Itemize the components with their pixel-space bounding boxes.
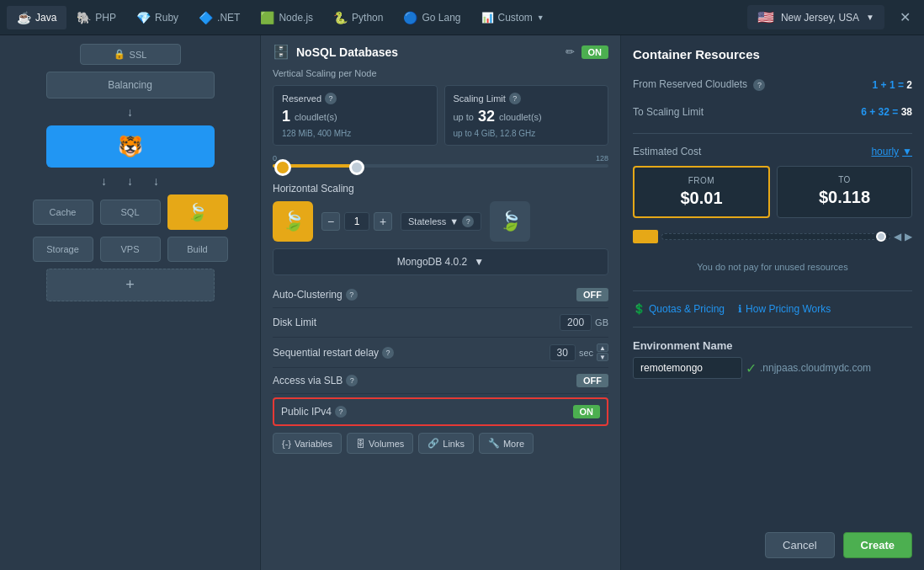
tab-php-label: PHP — [95, 12, 116, 24]
ssl-button[interactable]: 🔒 SSL — [80, 44, 181, 65]
reserved-help-icon[interactable]: ? — [325, 93, 337, 104]
close-button[interactable]: ✕ — [893, 6, 917, 29]
env-name-input-row: ✓ .nnjpaas.cloudmydc.com — [633, 357, 912, 379]
seq-down-button[interactable]: ▼ — [597, 353, 608, 361]
divider-1 — [633, 133, 912, 134]
access-help-icon[interactable]: ? — [346, 375, 358, 386]
price-slider-thumb[interactable] — [876, 232, 886, 242]
stateless-help-icon[interactable]: ? — [462, 216, 474, 227]
balancing-button[interactable]: Balancing — [46, 72, 215, 99]
reserved-label: Reserved — [282, 93, 321, 104]
mongodb-version-header[interactable]: MongoDB 4.0.2 ▼ — [273, 248, 608, 275]
price-slider[interactable]: ◀ ▶ — [633, 230, 912, 243]
stepper-minus-button[interactable]: − — [321, 212, 340, 231]
public-ipv4-on-badge[interactable]: ON — [573, 405, 601, 418]
from-reserved-help-icon[interactable]: ? — [753, 79, 765, 91]
sequential-restart-row: Sequential restart delay ? 30 sec ▲ ▼ — [273, 338, 608, 368]
tab-nodejs-label: Node.js — [279, 12, 313, 24]
volumes-button[interactable]: 🗄 Volumes — [347, 433, 413, 454]
scaling-limit-row: To Scaling Limit 6 + 32 = 38 — [633, 103, 912, 121]
env-name-field[interactable] — [633, 357, 742, 379]
autoclustering-off-badge[interactable]: OFF — [576, 288, 608, 301]
divider-2 — [633, 290, 912, 291]
estimated-cost-label: Estimated Cost — [633, 146, 701, 157]
price-slider-used — [633, 230, 658, 243]
vps-button[interactable]: VPS — [100, 237, 161, 262]
unused-resources-msg: You do not pay for unused resources — [633, 255, 912, 279]
how-pricing-works-link[interactable]: ℹ How Pricing Works — [738, 303, 831, 315]
storage-button[interactable]: Storage — [33, 237, 93, 262]
cancel-button[interactable]: Cancel — [765, 532, 834, 558]
quotas-pricing-link[interactable]: 💲 Quotas & Pricing — [633, 303, 725, 315]
tab-ruby[interactable]: 💎 Ruby — [126, 6, 189, 29]
region-label: New Jersey, USA — [781, 12, 859, 24]
links-button[interactable]: 🔗 Links — [418, 433, 474, 454]
variables-button[interactable]: {-} Variables — [273, 433, 342, 454]
env-check-icon: ✓ — [746, 360, 757, 376]
tab-net-label: .NET — [217, 12, 240, 24]
middle-panel: 🗄️ NoSQL Databases ✏ ON Vertical Scaling… — [261, 35, 621, 570]
seq-up-button[interactable]: ▲ — [597, 344, 608, 352]
scaling-limit-box: Scaling Limit ? up to 32 cloudlet(s) up … — [444, 85, 609, 146]
disk-limit-value[interactable]: 200 — [560, 314, 592, 331]
create-button[interactable]: Create — [843, 532, 912, 558]
region-selector[interactable]: 🇺🇸 New Jersey, USA ▼ — [747, 5, 884, 29]
slider-thumb-right[interactable] — [349, 160, 364, 175]
volumes-icon: 🗄 — [356, 439, 365, 449]
nosql-title: NoSQL Databases — [296, 45, 559, 59]
tab-java[interactable]: ☕ Java — [7, 6, 66, 29]
disk-limit-row: Disk Limit 200 GB — [273, 308, 608, 338]
hourly-select[interactable]: hourly ▼ — [871, 146, 912, 157]
add-node-button[interactable]: + — [46, 269, 215, 301]
balancing-label: Balancing — [108, 79, 152, 91]
sql-button[interactable]: SQL — [100, 200, 161, 225]
tab-nodejs[interactable]: 🟩 Node.js — [250, 6, 323, 29]
cache-button[interactable]: Cache — [33, 200, 93, 225]
mongodb-node[interactable]: 🍃 — [167, 194, 228, 230]
tab-net[interactable]: 🔷 .NET — [189, 6, 250, 29]
scaling-help-icon[interactable]: ? — [509, 93, 521, 104]
slider-left-arrow[interactable]: ◀ — [894, 231, 901, 242]
tab-custom[interactable]: 📊 Custom ▼ — [471, 7, 555, 29]
autoclustering-help-icon[interactable]: ? — [346, 289, 358, 301]
from-price-value: $0.01 — [643, 189, 760, 208]
to-scaling-label: To Scaling Limit — [633, 106, 704, 118]
branch-arrows: ↓ ↓ ↓ — [101, 174, 159, 188]
sql-label: SQL — [120, 207, 139, 217]
ipv4-help-icon[interactable]: ? — [335, 406, 347, 418]
scaling-limit-total: 38 — [901, 106, 912, 118]
slider-thumb-left[interactable] — [274, 159, 291, 176]
inactive-node-icon: 🍃 — [490, 201, 530, 242]
seq-value[interactable]: 30 — [550, 344, 576, 361]
nosql-db-icon: 🗄️ — [273, 44, 289, 60]
env-domain-label: .nnjpaas.cloudmydc.com — [760, 362, 871, 374]
estimated-cost-row: Estimated Cost hourly ▼ — [633, 146, 912, 157]
cloudlet-slider[interactable]: 0 128 — [273, 154, 608, 176]
links-icon: 🔗 — [427, 438, 439, 449]
edit-icon[interactable]: ✏ — [566, 45, 575, 58]
region-flag: 🇺🇸 — [757, 9, 774, 25]
access-slb-off-badge[interactable]: OFF — [576, 374, 608, 387]
slider-right-arrow[interactable]: ▶ — [905, 231, 912, 242]
stateless-label: Stateless — [408, 216, 446, 226]
horizontal-scaling: Horizontal Scaling 🍃 − 1 + Stateless ▼ ?… — [273, 183, 608, 242]
tab-php[interactable]: 🐘 PHP — [66, 6, 126, 29]
stepper-plus-button[interactable]: + — [374, 212, 392, 231]
build-button[interactable]: Build — [167, 237, 228, 262]
ruby-icon: 💎 — [136, 11, 151, 24]
horiz-scaling-label: Horizontal Scaling — [273, 183, 608, 194]
storage-label: Storage — [46, 244, 79, 254]
divider-3 — [633, 327, 912, 328]
reserved-cloudlets-row: From Reserved Cloudlets ? 1 + 1 = 2 — [633, 75, 912, 94]
stateless-select[interactable]: Stateless ▼ ? — [401, 212, 481, 231]
tab-python[interactable]: 🐍 Python — [323, 6, 393, 29]
tab-ruby-label: Ruby — [155, 12, 178, 24]
pricing-links: 💲 Quotas & Pricing ℹ How Pricing Works — [633, 303, 912, 315]
more-button[interactable]: 🔧 More — [479, 433, 534, 454]
tigger-node[interactable]: 🐯 — [46, 125, 215, 168]
variables-icon: {-} — [282, 439, 291, 449]
disk-limit-label: Disk Limit — [273, 317, 316, 328]
seq-help-icon[interactable]: ? — [382, 347, 394, 359]
tab-golang[interactable]: 🔵 Go Lang — [393, 6, 470, 29]
tigger-icon: 🐯 — [118, 135, 143, 158]
